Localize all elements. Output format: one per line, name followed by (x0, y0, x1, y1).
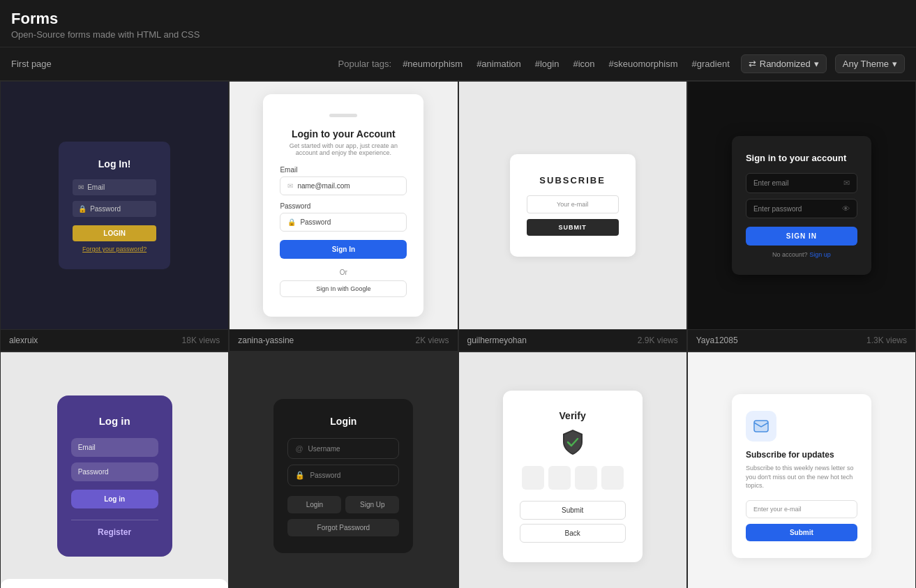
chevron-down-icon: ▾ (814, 59, 819, 69)
dark-password-field: 🔒 Password (73, 201, 156, 217)
subscribe-updates-submit-button[interactable]: Submit (746, 524, 857, 541)
card-4-views: 1.3K views (866, 336, 907, 345)
no-account-text: No account? Sign up (746, 251, 857, 258)
card-1-footer: alexruix 18K views (1, 329, 228, 351)
otp-box-4[interactable] (601, 466, 624, 490)
dark-login-button[interactable]: LOGIN (73, 225, 156, 241)
cards-grid: Log In! ✉ Email 🔒 Password LOGIN Forgot … (0, 81, 916, 588)
subscribe-title: SUBSCRIBE (527, 175, 619, 186)
purple-login-button[interactable]: Log in (71, 490, 158, 508)
randomize-icon: ⇄ (749, 59, 756, 69)
tag-animation[interactable]: #animation (474, 59, 524, 69)
card-2-footer: zanina-yassine 2K views (230, 329, 457, 351)
card-4-footer: Yaya12085 1.3K views (688, 329, 915, 351)
tab-row: Login Sign Up (287, 496, 399, 513)
purple-login-box: Log in Email Password Log in Register (57, 395, 172, 557)
otp-box-3[interactable] (575, 466, 597, 490)
card-8-preview: Subscribe for updates Subscribe to this … (688, 352, 915, 588)
tag-gradient[interactable]: #gradient (689, 59, 733, 69)
card-5-preview: Log in Email Password Log in Register (1, 352, 228, 588)
chevron-down-icon-2: ▾ (892, 59, 897, 69)
card-3-footer: guilhermeyohan 2.9K views (459, 329, 686, 351)
card-3-preview: SUBSCRIBE Your e-mail SUBMIT (459, 82, 686, 329)
dark-email-field: ✉ Email (73, 179, 156, 195)
google-signin-button[interactable]: Sign In with Google (280, 280, 407, 297)
randomized-button[interactable]: ⇄ Randomized ▾ (741, 54, 827, 73)
verify-title: Verify (520, 410, 626, 421)
dark-login-box: Log In! ✉ Email 🔒 Password LOGIN Forgot … (59, 142, 170, 269)
card-3-author: guilhermeyohan (467, 336, 527, 345)
card-5[interactable]: Log in Email Password Log in Register al… (0, 352, 229, 588)
subscribe-box: SUBSCRIBE Your e-mail SUBMIT (510, 154, 636, 257)
verify-submit-button[interactable]: Submit (520, 501, 626, 520)
forgot-password-button[interactable]: Forgot Password (287, 519, 399, 536)
subscribe-updates-box: Subscribe for updates Subscribe to this … (732, 394, 871, 558)
purple-email-field: Email (71, 438, 158, 457)
white-login-title: Login to your Account (280, 128, 407, 140)
email-label: Email (280, 166, 407, 174)
subscribe-submit-button[interactable]: SUBMIT (527, 219, 619, 236)
verify-back-button[interactable]: Back (520, 524, 626, 543)
card-4-preview: Sign in to your account Enter email ✉ En… (688, 82, 915, 329)
dark-password-input: Enter password 👁 (746, 199, 857, 218)
popular-tags-label: Popular tags: (338, 59, 392, 69)
register-link[interactable]: Register (71, 520, 158, 537)
tag-skeuomorphism[interactable]: #skeuomorphism (606, 59, 681, 69)
dark-email-input: Enter email ✉ (746, 173, 857, 193)
card-2[interactable]: Login to your Account Get started with o… (229, 81, 458, 352)
white-email-field: ✉ name@mail.com (280, 176, 407, 195)
verify-box: Verify Submit (503, 391, 643, 562)
card-1-views: 18K views (182, 336, 220, 345)
or-divider: Or (280, 269, 407, 276)
first-page-link[interactable]: First page (11, 59, 52, 69)
signin-button[interactable]: Sign In (280, 240, 407, 259)
card-1[interactable]: Log In! ✉ Email 🔒 Password LOGIN Forgot … (0, 81, 229, 352)
dark2-username-field: @ Username (287, 438, 399, 459)
subscribe-email-field: Your e-mail (527, 195, 619, 213)
card-6-preview: Login @ Username 🔒 Password Login Sign U… (230, 352, 457, 588)
purple-password-field: Password (71, 462, 158, 481)
dark-signin-title: Sign in to your account (746, 153, 857, 163)
card-8[interactable]: Subscribe for updates Subscribe to this … (687, 352, 916, 588)
signup-link[interactable]: Sign up (809, 251, 831, 258)
otp-box-2[interactable] (548, 466, 571, 490)
password-label: Password (280, 202, 407, 210)
purple-login-title: Log in (71, 415, 158, 427)
login-tab[interactable]: Login (287, 496, 341, 513)
card-4[interactable]: Sign in to your account Enter email ✉ En… (687, 81, 916, 352)
card-6[interactable]: Login @ Username 🔒 Password Login Sign U… (229, 352, 458, 588)
subscribe-updates-email-field: Enter your e-mail (746, 500, 857, 518)
dark-login-title: Log In! (73, 158, 156, 169)
tag-neumorphism[interactable]: #neumorphism (400, 59, 465, 69)
dark-login-tabs-box: Login @ Username 🔒 Password Login Sign U… (273, 399, 413, 553)
page-title: Forms (11, 10, 905, 28)
forgot-password-link[interactable]: Forgot your password? (73, 246, 156, 252)
white-login-box: Login to your Account Get started with o… (263, 94, 423, 317)
dark-signin-button[interactable]: SIGN IN (746, 227, 857, 246)
shield-icon (559, 428, 587, 456)
white-login-subtitle: Get started with our app, just create an… (280, 142, 407, 156)
subscribe-updates-desc: Subscribe to this weekly news letter so … (746, 464, 857, 490)
card-3-views: 2.9K views (638, 336, 678, 345)
page-subtitle: Open-Source forms made with HTML and CSS (11, 29, 905, 40)
card-3[interactable]: SUBSCRIBE Your e-mail SUBMIT guilhermeyo… (458, 81, 687, 352)
card-1-preview: Log In! ✉ Email 🔒 Password LOGIN Forgot … (1, 82, 228, 329)
dark-login-tabs-title: Login (287, 416, 399, 427)
otp-box-1[interactable] (522, 466, 544, 490)
card-2-views: 2K views (415, 336, 449, 345)
tag-login[interactable]: #login (532, 59, 562, 69)
any-theme-button[interactable]: Any Theme ▾ (835, 54, 905, 73)
tag-icon[interactable]: #icon (570, 59, 597, 69)
page-header: Forms Open-Source forms made with HTML a… (0, 0, 916, 47)
card-2-preview: Login to your Account Get started with o… (230, 82, 457, 329)
subscribe-updates-title: Subscribe for updates (746, 450, 857, 460)
dark2-password-field: 🔒 Password (287, 465, 399, 486)
card-7[interactable]: Verify Submit (458, 352, 687, 588)
white-password-field: 🔒 Password (280, 213, 407, 232)
card-7-preview: Verify Submit (459, 352, 686, 588)
signup-tab[interactable]: Sign Up (345, 496, 399, 513)
subscribe-icon (746, 411, 776, 442)
card-4-author: Yaya12085 (696, 336, 738, 345)
top-indicator (329, 114, 357, 117)
card-2-author: zanina-yassine (238, 336, 294, 345)
